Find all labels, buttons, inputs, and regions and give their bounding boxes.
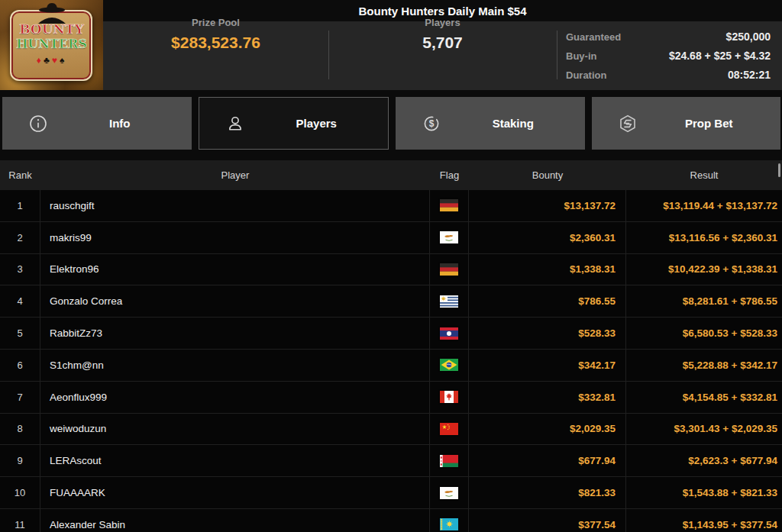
club-suit-icon: ♣: [44, 55, 52, 66]
table-row[interactable]: 5 RabbitZz73 $528.33 $6,580.53 + $528.33: [0, 318, 782, 350]
rank-cell: 4: [0, 285, 40, 317]
guaranteed-row: Guaranteed $250,000: [566, 31, 771, 43]
flag-kazakhstan-icon: [440, 518, 458, 530]
buy-in-label: Buy-in: [566, 50, 596, 62]
players-value: 5,707: [422, 34, 463, 52]
player-name: Alexander Sabin: [40, 509, 430, 532]
column-header-bounty: Bounty: [469, 169, 626, 181]
prop-bet-icon: [618, 114, 638, 134]
cowboy-silhouette-icon: [27, 2, 76, 24]
table-row[interactable]: 8 weiwoduzun $2,029.35 $3,301.43 + $2,02…: [0, 414, 782, 446]
rank-cell: 9: [0, 445, 40, 476]
table-row[interactable]: 1 rauschgift $13,137.72 $13,119.44 + $13…: [0, 190, 782, 222]
tab-info[interactable]: Info: [2, 97, 192, 150]
result-value: $2,623.3 + $677.94: [626, 445, 782, 476]
tab-bar: Info Players $ Staking Prop Bet: [2, 97, 780, 150]
rank-cell: 6: [0, 350, 40, 381]
column-header-player: Player: [40, 169, 430, 181]
rank-cell: 10: [0, 477, 40, 508]
stats-divider: [328, 31, 329, 79]
tournament-details-block: Guaranteed $250,000 Buy-in $24.68 + $25 …: [557, 21, 782, 90]
table-row[interactable]: 10 FUAAAARK $821.33 $1,543.88 + $821.33: [0, 477, 782, 509]
bounty-value: $13,137.72: [469, 190, 626, 221]
column-header-flag: Flag: [430, 169, 469, 181]
logo-text-hunters: HUNTERS: [0, 37, 103, 51]
table-row[interactable]: 4 Gonzalo Correa $786.55 $8,281.61 + $78…: [0, 285, 782, 318]
column-header-rank: Rank: [0, 169, 40, 181]
column-header-result: Result: [626, 169, 782, 181]
player-name: rauschgift: [40, 190, 430, 221]
result-value: $3,301.43 + $2,029.35: [626, 414, 782, 445]
flag-laos-icon: [440, 327, 458, 340]
tab-prop-bet[interactable]: Prop Bet: [592, 97, 781, 150]
flag-cyprus-icon: [440, 231, 458, 243]
table-row[interactable]: 7 Aeonflux999 $332.81 $4,154.85 + $332.8…: [0, 382, 782, 414]
flag-brazil-icon: [440, 359, 458, 371]
table-row[interactable]: 2 makris99 $2,360.31 $13,116.56 + $2,360…: [0, 222, 782, 254]
bounty-value: $1,338.31: [469, 254, 626, 285]
player-name: makris99: [40, 222, 430, 253]
guaranteed-value: $250,000: [726, 31, 771, 43]
spade-suit-icon: ♠: [60, 55, 66, 66]
diamond-suit-icon: ♦: [37, 55, 44, 66]
result-value: $13,116.56 + $2,360.31: [626, 222, 782, 253]
result-value: $1,543.88 + $821.33: [626, 477, 782, 508]
result-value: $5,228.88 + $342.17: [626, 350, 782, 381]
flag-germany-icon: [440, 263, 458, 276]
flag-cell: [430, 222, 469, 253]
player-name: Gonzalo Correa: [40, 285, 430, 317]
bounty-value: $786.55: [469, 285, 626, 317]
guaranteed-label: Guaranteed: [566, 31, 621, 43]
rank-cell: 1: [0, 190, 40, 221]
flag-cell: [430, 477, 469, 508]
duration-label: Duration: [566, 69, 606, 81]
bounty-value: $332.81: [469, 382, 626, 413]
flag-china-icon: [440, 423, 458, 435]
rank-cell: 8: [0, 414, 40, 445]
rank-cell: 5: [0, 318, 40, 349]
player-name: LERAscout: [40, 445, 430, 476]
table-row[interactable]: 9 LERAscout $677.94 $2,623.3 + $677.94: [0, 445, 782, 477]
table-row[interactable]: 11 Alexander Sabin $377.54 $1,143.95 + $…: [0, 509, 782, 532]
players-label: Players: [425, 17, 460, 28]
players-icon: [225, 114, 245, 134]
flag-germany-icon: [440, 199, 458, 211]
duration-value: 08:52:21: [728, 69, 771, 81]
prize-pool-value: $283,523.76: [171, 34, 260, 52]
tab-players-label: Players: [245, 117, 389, 130]
bounty-value: $2,029.35: [469, 414, 626, 445]
table-row[interactable]: 6 S1chm@nn $342.17 $5,228.88 + $342.17: [0, 350, 782, 382]
result-value: $13,119.44 + $13,137.72: [626, 190, 782, 221]
rank-cell: 7: [0, 382, 40, 413]
tab-staking[interactable]: $ Staking: [396, 97, 585, 150]
heart-suit-icon: ♥: [52, 55, 60, 66]
player-name: Elektron96: [40, 254, 430, 285]
flag-cell: [430, 318, 469, 349]
player-name: FUAAAARK: [40, 477, 430, 508]
prize-pool-block: Prize Pool $283,523.76: [103, 0, 328, 69]
result-value: $4,154.85 + $332.81: [626, 382, 782, 413]
player-name: weiwoduzun: [40, 414, 430, 445]
info-icon: [28, 114, 48, 134]
table-header: Rank Player Flag Bounty Result: [0, 160, 782, 190]
flag-canada-icon: [440, 391, 458, 403]
player-name: S1chm@nn: [40, 350, 430, 381]
tab-staking-label: Staking: [441, 117, 585, 130]
tab-players[interactable]: Players: [199, 97, 389, 150]
prize-pool-label: Prize Pool: [192, 17, 240, 28]
result-value: $1,143.95 + $377.54: [626, 509, 782, 532]
result-value: $6,580.53 + $528.33: [626, 318, 782, 349]
vertical-scrollbar-thumb[interactable]: [778, 163, 780, 177]
card-suits-icon: ♦♣♥♠: [0, 55, 103, 66]
flag-cell: [430, 445, 469, 476]
bounty-value: $342.17: [469, 350, 626, 381]
table-row[interactable]: 3 Elektron96 $1,338.31 $10,422.39 + $1,3…: [0, 254, 782, 286]
result-value: $8,281.61 + $786.55: [626, 285, 782, 317]
flag-uruguay-icon: [440, 295, 458, 308]
flag-cell: [430, 509, 469, 532]
tab-info-label: Info: [48, 117, 192, 130]
bounty-value: $528.33: [469, 318, 626, 349]
player-name: RabbitZz73: [40, 318, 430, 349]
bounty-value: $377.54: [469, 509, 626, 532]
buy-in-value: $24.68 + $25 + $4.32: [669, 50, 771, 62]
